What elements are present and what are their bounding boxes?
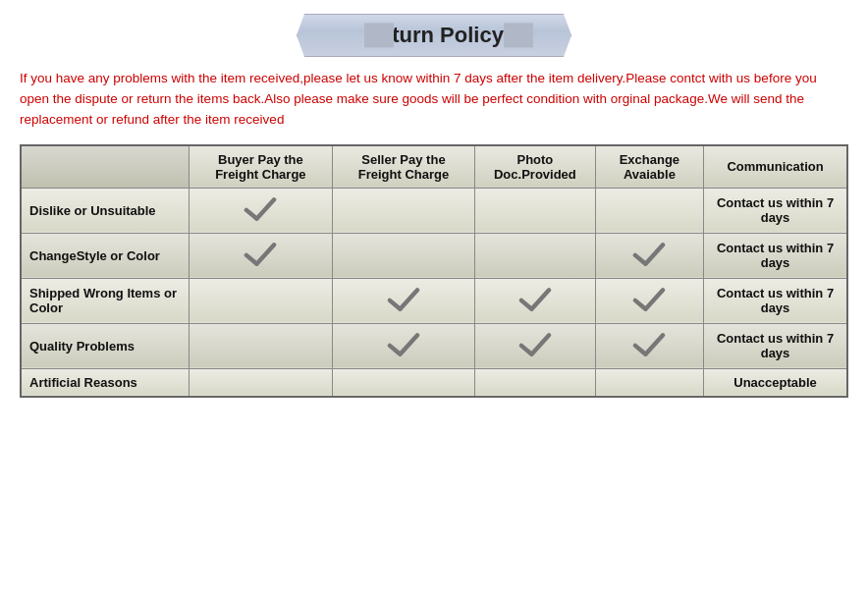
col-header-buyer-pay: Buyer Pay the Freight Charge (189, 145, 332, 189)
banner-container: Return Policy (20, 14, 848, 57)
check-cell (332, 233, 474, 278)
table-row: Shipped Wrong Items or Color Contact us … (21, 278, 847, 323)
table-row: Artificial ReasonsUnacceptable (21, 368, 847, 397)
communication-cell: Contact us within 7 days (704, 233, 847, 278)
communication-cell: Contact us within 7 days (704, 323, 847, 368)
checkmark-icon (386, 285, 421, 314)
check-cell (189, 368, 332, 397)
row-label: Dislike or Unsuitable (21, 188, 189, 233)
row-label: ChangeStyle or Color (21, 233, 189, 278)
check-cell (475, 278, 596, 323)
check-cell (332, 278, 474, 323)
check-cell (595, 368, 703, 397)
check-cell (595, 233, 703, 278)
check-cell (332, 188, 474, 233)
checkmark-icon (386, 330, 421, 359)
check-cell (595, 323, 703, 368)
row-label: Quality Problems (21, 323, 189, 368)
policy-table: Buyer Pay the Freight Charge Seller Pay … (20, 144, 848, 398)
checkmark-icon (631, 330, 667, 359)
check-cell (595, 188, 703, 233)
col-header-communication: Communication (704, 145, 847, 189)
col-header-photo-doc: Photo Doc.Provided (475, 145, 596, 189)
checkmark-icon (517, 330, 553, 359)
col-header-empty (21, 145, 189, 189)
col-header-exchange: Exchange Avaiable (595, 145, 703, 189)
check-cell (189, 233, 332, 278)
check-cell (475, 188, 596, 233)
checkmark-icon (243, 240, 278, 269)
check-cell (475, 368, 596, 397)
checkmark-icon (517, 285, 553, 314)
check-cell (189, 323, 332, 368)
table-row: ChangeStyle or Color Contact us within 7… (21, 233, 847, 278)
table-row: Dislike or Unsuitable Contact us within … (21, 188, 847, 233)
communication-cell: Contact us within 7 days (704, 188, 847, 233)
row-label: Artificial Reasons (21, 368, 189, 397)
check-cell (332, 323, 474, 368)
checkmark-icon (243, 194, 278, 224)
row-label: Shipped Wrong Items or Color (21, 278, 189, 323)
check-cell (332, 368, 474, 397)
check-cell (475, 323, 596, 368)
communication-cell: Contact us within 7 days (704, 278, 847, 323)
check-cell (475, 233, 596, 278)
col-header-seller-pay: Seller Pay the Freight Charge (332, 145, 474, 189)
check-cell (189, 278, 332, 323)
table-row: Quality Problems Contact us within 7 day… (21, 323, 847, 368)
table-header-row: Buyer Pay the Freight Charge Seller Pay … (21, 145, 847, 189)
check-cell (189, 188, 332, 233)
checkmark-icon (631, 285, 667, 314)
policy-description: If you have any problems with the item r… (20, 69, 848, 131)
check-cell (595, 278, 703, 323)
page-title: Return Policy (297, 14, 571, 57)
communication-cell: Unacceptable (704, 368, 847, 397)
checkmark-icon (631, 240, 667, 269)
